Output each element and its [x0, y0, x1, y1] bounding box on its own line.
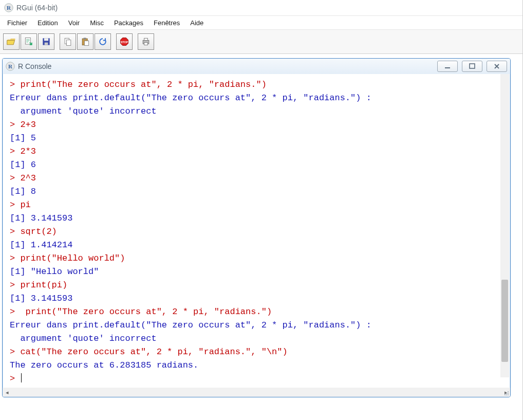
console-title: R Console — [18, 62, 51, 70]
svg-rect-15 — [144, 43, 148, 45]
paste-button[interactable] — [77, 33, 94, 50]
stop-button[interactable]: STOP — [116, 33, 133, 50]
mdi-client-area: R R Console > print("The zero occurs at"… — [0, 54, 522, 420]
menu-aide[interactable]: Aide — [185, 17, 209, 29]
svg-text:STOP: STOP — [121, 41, 128, 44]
svg-rect-5 — [45, 43, 48, 45]
app-logo-icon: R — [4, 3, 13, 12]
svg-rect-4 — [44, 38, 48, 41]
refresh-button[interactable] — [95, 33, 111, 50]
svg-rect-10 — [84, 41, 88, 45]
svg-point-24 — [506, 394, 507, 395]
app-title: RGui (64-bit) — [16, 4, 58, 12]
svg-text:R: R — [7, 5, 11, 11]
print-button[interactable] — [138, 33, 154, 50]
menu-fichier[interactable]: Fichier — [2, 17, 32, 29]
source-button[interactable] — [21, 33, 37, 50]
minimize-button[interactable] — [437, 61, 458, 72]
scroll-left-icon[interactable]: ◂ — [3, 388, 11, 397]
menu-packages[interactable]: Packages — [109, 17, 148, 29]
toolbar: STOP — [0, 30, 522, 54]
svg-point-20 — [508, 391, 509, 392]
svg-rect-7 — [67, 40, 71, 46]
svg-rect-9 — [84, 38, 86, 40]
console-output[interactable]: > print("The zero occurs at", 2 * pi, "r… — [3, 74, 510, 388]
svg-point-22 — [508, 393, 509, 394]
svg-rect-19 — [470, 64, 475, 68]
svg-point-23 — [505, 394, 506, 395]
vertical-scrollbar-thumb[interactable] — [501, 280, 508, 362]
copy-button[interactable] — [60, 33, 76, 50]
save-button[interactable] — [38, 33, 54, 50]
menu-voir[interactable]: Voir — [63, 17, 85, 29]
console-logo-icon: R — [6, 62, 15, 71]
svg-rect-14 — [144, 38, 148, 40]
menu-edition[interactable]: Edition — [32, 17, 63, 29]
svg-point-25 — [508, 394, 509, 395]
menu-fenetres[interactable]: Fenêtres — [148, 17, 185, 29]
svg-point-21 — [506, 393, 507, 394]
resize-grip-icon[interactable] — [502, 389, 510, 396]
svg-text:R: R — [8, 63, 13, 69]
vertical-scrollbar[interactable] — [500, 74, 509, 377]
maximize-button[interactable] — [462, 61, 482, 72]
console-titlebar[interactable]: R R Console — [3, 59, 510, 74]
console-window: R R Console > print("The zero occurs at"… — [2, 58, 511, 397]
open-button[interactable] — [3, 33, 20, 50]
svg-rect-18 — [445, 67, 450, 68]
close-button[interactable] — [487, 61, 507, 72]
horizontal-scrollbar[interactable]: ◂ ▸ — [3, 388, 510, 397]
menubar: Fichier Edition Voir Misc Packages Fenêt… — [0, 15, 522, 30]
menu-misc[interactable]: Misc — [85, 17, 109, 29]
app-titlebar: R RGui (64-bit) — [0, 0, 522, 15]
